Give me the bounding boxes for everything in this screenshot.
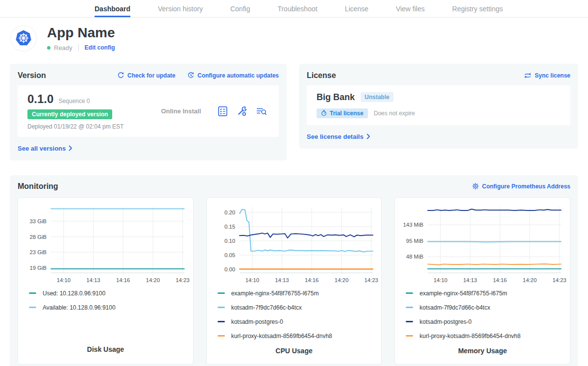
cpu-usage-legend: example-nginx-54f8f76755-l675mkotsadm-7f…: [207, 286, 382, 347]
cpu-usage-chart-card: 0.000.050.100.150.2014:1014:1314:1614:20…: [206, 197, 382, 365]
svg-text:28 GiB: 28 GiB: [29, 234, 47, 239]
svg-text:14:23: 14:23: [553, 277, 566, 283]
config-wrench-icon[interactable]: [236, 105, 247, 117]
license-card-title: License: [307, 71, 336, 80]
deployed-badge: Currently deployed version: [27, 109, 112, 119]
preflight-checks-icon[interactable]: [217, 105, 228, 117]
cpu-usage-chart: 0.000.050.100.150.2014:1014:1314:1614:20…: [207, 201, 382, 286]
current-version-panel: 0.1.0 Sequence 0 Currently deployed vers…: [18, 85, 279, 137]
svg-text:14:10: 14:10: [245, 277, 259, 283]
tab-registry-settings[interactable]: Registry settings: [452, 0, 503, 17]
license-customer-name: Big Bank: [317, 92, 355, 103]
chevron-right-icon: [69, 145, 73, 151]
monitoring-title: Monitoring: [18, 182, 58, 191]
legend-label: Available: 10.128.0.96:9100: [43, 304, 116, 311]
page-title: App Name: [47, 26, 115, 41]
svg-text:48 MiB: 48 MiB: [406, 254, 423, 260]
tab-license[interactable]: License: [345, 0, 368, 17]
svg-text:0.20: 0.20: [224, 209, 235, 215]
svg-text:14:16: 14:16: [493, 277, 507, 283]
license-card: License Sync license Big Bank Unstable: [299, 64, 578, 149]
legend-label: kotsadm-7f9dc7d66c-b4tcx: [419, 304, 490, 311]
memory-usage-chart-card: 48 MiB95 MiB143 MiB14:1014:1314:1614:201…: [394, 197, 570, 365]
svg-text:19 GiB: 19 GiB: [29, 265, 47, 271]
legend-label: kurl-proxy-kotsadm-8569fb6454-dnvh8: [231, 333, 332, 340]
svg-text:14:13: 14:13: [86, 277, 100, 283]
legend-dash-icon: [406, 321, 413, 322]
legend-item: kotsadm-7f9dc7d66c-b4tcx: [218, 304, 382, 311]
chart-title: CPU Usage: [207, 347, 382, 355]
svg-text:0.05: 0.05: [224, 252, 235, 258]
svg-text:0.15: 0.15: [224, 223, 235, 229]
version-card-title: Version: [18, 71, 46, 80]
legend-dash-icon: [218, 307, 225, 308]
svg-text:14:23: 14:23: [364, 277, 378, 283]
tab-dashboard[interactable]: Dashboard: [95, 0, 130, 17]
legend-label: kotsadm-postgres-0: [231, 318, 283, 325]
svg-text:14:20: 14:20: [146, 277, 160, 283]
svg-text:14:16: 14:16: [305, 277, 318, 283]
stopwatch-icon: [321, 110, 327, 116]
kubernetes-icon: [12, 27, 35, 50]
version-card: Version Check for update: [10, 64, 287, 160]
version-sequence: Sequence 0: [58, 98, 90, 105]
legend-label: Used: 10.128.0.96:9100: [43, 290, 105, 297]
svg-text:14:10: 14:10: [57, 277, 71, 283]
tab-troubleshoot[interactable]: Troubleshoot: [277, 0, 317, 17]
divider: [78, 44, 79, 51]
edit-config-link[interactable]: Edit config: [85, 44, 115, 51]
legend-item: kotsadm-postgres-0: [218, 318, 382, 325]
tab-view-files[interactable]: View files: [396, 0, 425, 17]
legend-item: kotsadm-7f9dc7d66c-b4tcx: [406, 304, 570, 311]
svg-text:14:13: 14:13: [275, 277, 289, 283]
svg-text:33 GiB: 33 GiB: [29, 218, 47, 224]
install-type-label: Online Install: [161, 107, 201, 115]
app-header: App Name Ready Edit config: [0, 18, 588, 52]
svg-text:14:23: 14:23: [175, 277, 189, 283]
configure-automatic-updates-link[interactable]: Configure automatic updates: [187, 72, 279, 79]
legend-item: Used: 10.128.0.96:9100: [29, 290, 193, 297]
refresh-icon: [117, 72, 124, 79]
chart-title: Memory Usage: [395, 347, 570, 355]
view-diff-icon[interactable]: [255, 105, 267, 117]
svg-text:23 GiB: 23 GiB: [29, 249, 47, 255]
monitoring-section: Monitoring Configure Prometheus Address …: [10, 175, 578, 366]
legend-dash-icon: [406, 307, 413, 308]
app-icon: [11, 26, 36, 51]
svg-text:14:10: 14:10: [434, 277, 447, 283]
license-type-badge: Trial license: [317, 108, 368, 118]
svg-text:14:16: 14:16: [116, 277, 130, 283]
legend-item: example-nginx-54f8f76755-l675m: [218, 290, 382, 297]
svg-text:0.00: 0.00: [224, 266, 235, 272]
legend-item: kotsadm-postgres-0: [406, 318, 570, 325]
deployed-timestamp: Deployed 01/19/22 @ 02:04 pm EST: [27, 123, 145, 130]
check-for-update-link[interactable]: Check for update: [117, 72, 175, 79]
status-label: Ready: [54, 44, 73, 52]
legend-dash-icon: [218, 335, 225, 337]
see-all-versions-link[interactable]: See all versions: [18, 145, 73, 152]
legend-dash-icon: [406, 335, 413, 337]
svg-text:14:20: 14:20: [335, 277, 348, 283]
memory-usage-chart: 48 MiB95 MiB143 MiB14:1014:1314:1614:201…: [395, 201, 570, 286]
license-expiry: Does not expire: [374, 110, 415, 117]
configure-prometheus-link[interactable]: Configure Prometheus Address: [472, 183, 570, 190]
memory-usage-legend: example-nginx-54f8f76755-l675mkotsadm-7f…: [395, 286, 570, 347]
legend-label: example-nginx-54f8f76755-l675m: [231, 290, 319, 297]
svg-text:95 MiB: 95 MiB: [406, 238, 423, 244]
legend-dash-icon: [29, 292, 36, 294]
status-dot-icon: [47, 46, 50, 50]
svg-text:14:13: 14:13: [464, 277, 477, 283]
legend-label: kurl-proxy-kotsadm-8569fb6454-dnvh8: [419, 333, 520, 340]
sync-license-link[interactable]: Sync license: [524, 72, 570, 79]
chart-title: Disk Usage: [18, 345, 193, 353]
tab-version-history[interactable]: Version history: [158, 0, 203, 17]
legend-dash-icon: [29, 307, 36, 308]
tab-config[interactable]: Config: [230, 0, 250, 17]
see-license-details-link[interactable]: See license details: [307, 133, 370, 140]
gear-icon: [472, 183, 479, 190]
legend-label: example-nginx-54f8f76755-l675m: [419, 290, 507, 297]
svg-text:0.10: 0.10: [224, 238, 235, 244]
legend-item: kurl-proxy-kotsadm-8569fb6454-dnvh8: [406, 333, 570, 340]
legend-item: kurl-proxy-kotsadm-8569fb6454-dnvh8: [218, 333, 382, 340]
legend-item: Available: 10.128.0.96:9100: [29, 304, 193, 311]
